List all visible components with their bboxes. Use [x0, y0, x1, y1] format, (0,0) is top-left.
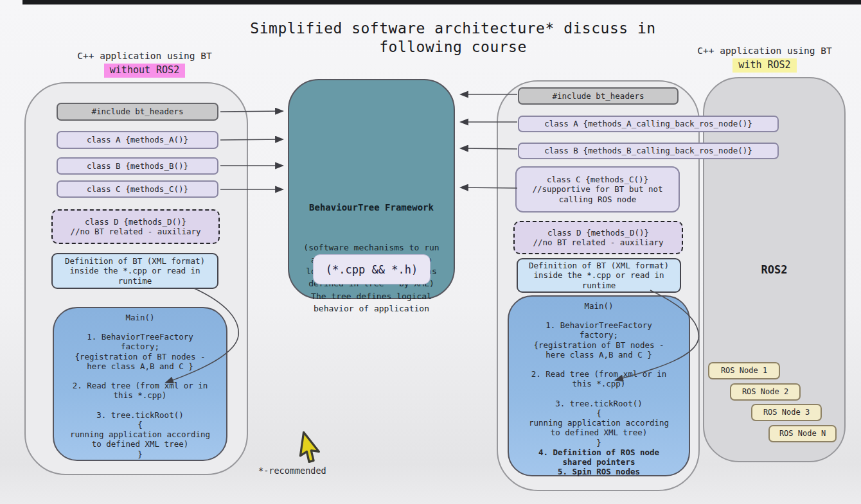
left-main-box: Main() 1. BehaviorTreeFactory factory; {… — [53, 307, 227, 461]
right-class-a-box: class A {methods_A_calling_back_ros_node… — [518, 116, 779, 132]
framework-files-box: (*.cpp && *.h) — [313, 254, 430, 284]
left-class-d-box: class D {methods_D()} //no BT related - … — [51, 209, 220, 244]
right-class-d-box: class D {methods_D()} //no BT related - … — [513, 221, 683, 254]
left-class-c-box: class C {methods_C()} — [57, 180, 218, 198]
left-header-highlight-without-ros2: without ROS2 — [104, 64, 185, 78]
right-main-body-bold: 4. Definition of ROS node shared pointer… — [509, 448, 689, 477]
right-header-highlight-with-ros2: with ROS2 — [732, 58, 796, 73]
left-column-header: C++ application using BT without ROS2 — [39, 50, 251, 78]
ros-node-n: ROS Node N — [768, 425, 837, 442]
diagram-title-line1: Simplified software architecture* discus… — [161, 19, 745, 38]
ros-node-2: ROS Node 2 — [730, 383, 801, 401]
right-xml-definition-box: Definition of BT (XML format) inside the… — [517, 258, 681, 293]
video-top-strip — [22, 0, 861, 4]
right-class-b-box: class B {methods_B_calling_back_ros_node… — [518, 143, 779, 159]
mouse-cursor-icon — [295, 430, 326, 465]
left-xml-definition-box: Definition of BT (XML format) inside the… — [51, 253, 218, 289]
right-main-title: Main() — [509, 301, 689, 311]
right-header-line1: C++ application using BT — [668, 45, 861, 57]
right-include-box: #include bt_headers — [518, 87, 679, 105]
right-main-body: 1. BehaviorTreeFactory factory; {registr… — [509, 320, 689, 448]
right-column-header: C++ application using BT with ROS2 — [668, 45, 861, 73]
left-main-title: Main() — [54, 313, 226, 322]
left-class-b-box: class B {methods_B()} — [57, 157, 218, 175]
left-main-body: 1. BehaviorTreeFactory factory; {registr… — [54, 332, 226, 459]
left-include-box: #include bt_headers — [57, 103, 218, 121]
right-class-c-box: class C {methods_C()} //supportive for B… — [515, 166, 680, 213]
left-class-a-box: class A {methods_A()} — [57, 131, 218, 149]
framework-description2: The tree defines logical behavior of app… — [289, 291, 454, 315]
left-header-line1: C++ application using BT — [39, 50, 251, 62]
ros2-title: ROS2 — [703, 263, 846, 276]
ros-node-3: ROS Node 3 — [751, 404, 822, 421]
recommended-footnote: *-recommended — [258, 465, 326, 476]
framework-title: BehaviourTree Framework — [289, 202, 454, 213]
right-main-box: Main() 1. BehaviorTreeFactory factory; {… — [508, 295, 690, 476]
ros-node-1: ROS Node 1 — [708, 362, 780, 379]
